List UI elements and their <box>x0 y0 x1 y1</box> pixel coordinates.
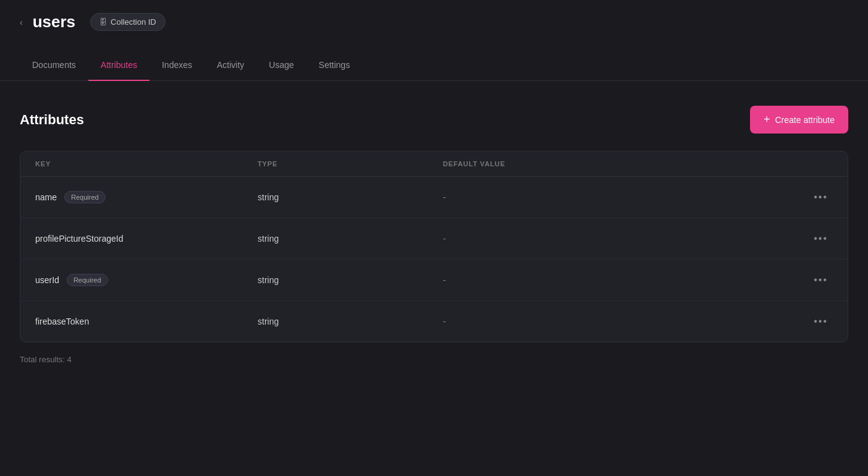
attribute-key: userId <box>35 275 59 285</box>
attribute-key: firebaseToken <box>35 317 89 326</box>
attribute-type: string <box>258 317 443 326</box>
table-row: name Required string - ••• <box>20 177 848 218</box>
section-header: Attributes + Create attribute <box>20 106 848 134</box>
required-badge: Required <box>64 191 106 203</box>
col-header-default: DEFAULT VALUE <box>443 160 796 168</box>
attribute-type: string <box>258 192 443 202</box>
attribute-key: name <box>35 192 57 202</box>
row-actions: ••• <box>796 231 833 247</box>
row-actions: ••• <box>796 313 833 329</box>
key-cell: userId Required <box>35 274 258 286</box>
total-results-label: Total results: <box>20 355 65 364</box>
row-actions: ••• <box>796 272 833 288</box>
required-badge: Required <box>67 274 108 286</box>
key-cell: name Required <box>35 191 258 203</box>
table-row: profilePictureStorageId string - ••• <box>20 218 848 260</box>
row-menu-button[interactable]: ••• <box>809 272 833 288</box>
row-menu-button[interactable]: ••• <box>809 313 833 329</box>
main-content: Attributes + Create attribute KEY TYPE D… <box>0 81 868 384</box>
tab-usage[interactable]: Usage <box>256 50 306 81</box>
row-actions: ••• <box>796 189 833 205</box>
attribute-default: - <box>443 317 796 326</box>
tab-activity[interactable]: Activity <box>204 50 256 81</box>
total-results: Total results: 4 <box>20 355 848 364</box>
page-title: users <box>33 12 75 32</box>
create-attribute-label: Create attribute <box>775 115 835 125</box>
col-header-type: TYPE <box>258 160 443 168</box>
attribute-default: - <box>443 275 796 285</box>
tab-attributes[interactable]: Attributes <box>88 50 150 81</box>
attributes-table: KEY TYPE DEFAULT VALUE name Required str… <box>20 151 848 342</box>
collection-id-label: Collection ID <box>111 17 156 27</box>
tab-documents[interactable]: Documents <box>20 50 88 81</box>
attribute-key: profilePictureStorageId <box>35 234 123 244</box>
create-attribute-button[interactable]: + Create attribute <box>750 106 848 134</box>
back-button[interactable]: ‹ <box>20 17 23 27</box>
nav-tabs: Documents Attributes Indexes Activity Us… <box>0 50 868 81</box>
plus-icon: + <box>764 113 770 126</box>
table-header: KEY TYPE DEFAULT VALUE <box>20 151 848 177</box>
total-results-count: 4 <box>67 355 72 364</box>
collection-id-badge[interactable]: 🗄 Collection ID <box>90 13 166 31</box>
attribute-default: - <box>443 234 796 244</box>
page-header: ‹ users 🗄 Collection ID <box>0 0 868 44</box>
tab-settings[interactable]: Settings <box>306 50 363 81</box>
tab-indexes[interactable]: Indexes <box>150 50 204 81</box>
col-header-key: KEY <box>35 160 258 168</box>
section-title: Attributes <box>20 112 84 128</box>
attribute-default: - <box>443 192 796 202</box>
database-icon: 🗄 <box>99 18 107 27</box>
row-menu-button[interactable]: ••• <box>809 189 833 205</box>
key-cell: firebaseToken <box>35 317 258 326</box>
key-cell: profilePictureStorageId <box>35 234 258 244</box>
attribute-type: string <box>258 234 443 244</box>
attribute-type: string <box>258 275 443 285</box>
row-menu-button[interactable]: ••• <box>809 231 833 247</box>
table-row: userId Required string - ••• <box>20 260 848 301</box>
table-row: firebaseToken string - ••• <box>20 301 848 342</box>
